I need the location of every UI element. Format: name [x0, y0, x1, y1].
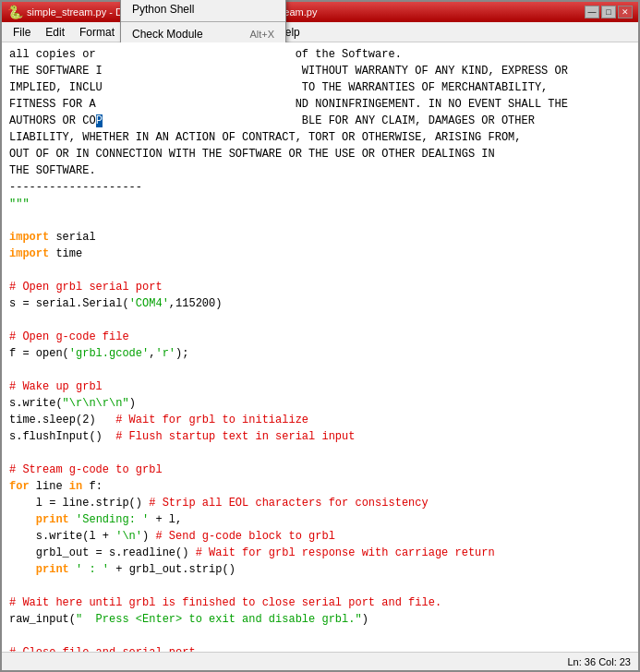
menu-file[interactable]: File [6, 24, 38, 41]
code-line: s.write("\r\n\r\n") [9, 395, 631, 412]
code-line: # Close file and serial port [9, 644, 631, 652]
code-line: time.sleep(2) # Wait for grbl to initial… [9, 412, 631, 428]
code-line [9, 262, 631, 279]
code-line: import serial [9, 229, 631, 246]
code-editor[interactable]: all copies or of the Software. THE SOFTW… [2, 42, 638, 652]
title-bar: 🐍 simple_stream.py - D:\Temp Store\GRBL … [2, 2, 638, 22]
cursor-position: Ln: 36 Col: 23 [568, 656, 632, 667]
code-line: AUTHORS OR COP BLE FOR ANY CLAIM, DAMAGE… [9, 113, 631, 129]
code-line: # Stream g-code to grbl [9, 462, 631, 478]
code-line: print ' : ' + grbl_out.strip() [9, 561, 631, 578]
app-icon: 🐍 [7, 5, 23, 19]
code-line: # Wake up grbl [9, 378, 631, 395]
title-controls: — □ ✕ [585, 6, 633, 18]
main-window: 🐍 simple_stream.py - D:\Temp Store\GRBL … [0, 0, 640, 672]
code-container: all copies or of the Software. THE SOFTW… [2, 42, 638, 652]
code-line: # Open g-code file [9, 329, 631, 345]
code-line: all copies or of the Software. [9, 46, 631, 63]
code-line: grbl_out = s.readline() # Wait for grbl … [9, 545, 631, 561]
code-line: IMPLIED, INCLU TO THE WARRANTIES OF MERC… [9, 79, 631, 96]
code-line: LIABILITY, WHETHER IN AN ACTION OF CONTR… [9, 129, 631, 146]
dropdown-check-module[interactable]: Check Module Alt+X [121, 24, 285, 44]
python-shell-label: Python Shell [132, 3, 194, 16]
code-line: FITNESS FOR A ND NONINFRINGEMENT. IN NO … [9, 96, 631, 113]
code-line: for line in f: [9, 478, 631, 495]
menu-edit[interactable]: Edit [38, 24, 72, 41]
code-line [9, 628, 631, 644]
code-line: s.flushInput() # Flush startup text in s… [9, 428, 631, 445]
code-line: THE SOFTWARE. [9, 162, 631, 179]
check-module-label: Check Module [132, 28, 203, 41]
code-line: OUT OF OR IN CONNECTION WITH THE SOFTWAR… [9, 146, 631, 162]
code-line: -------------------- [9, 179, 631, 196]
code-line: import time [9, 246, 631, 262]
code-line: s = serial.Serial('COM4',115200) [9, 295, 631, 312]
menu-bar: File Edit Format Run Options Windows Hel… [2, 22, 638, 42]
code-line: """ [9, 196, 631, 212]
code-line: print 'Sending: ' + l, [9, 511, 631, 528]
code-line: s.write(l + '\n') # Send g-code block to… [9, 528, 631, 545]
dropdown-python-shell[interactable]: Python Shell [121, 0, 285, 19]
code-line: raw_input(" Press <Enter> to exit and di… [9, 611, 631, 628]
code-line [9, 578, 631, 594]
code-line: THE SOFTWARE I WITHOUT WARRANTY OF ANY K… [9, 63, 631, 79]
dropdown-separator-1 [121, 21, 285, 22]
code-line: # Wait here until grbl is finished to cl… [9, 594, 631, 611]
maximize-button[interactable]: □ [601, 6, 616, 18]
code-line: # Open grbl serial port [9, 279, 631, 295]
minimize-button[interactable]: — [585, 6, 599, 18]
check-module-shortcut: Alt+X [249, 29, 274, 40]
code-line: f = open('grbl.gcode','r'); [9, 345, 631, 362]
code-line [9, 312, 631, 329]
status-bar: Ln: 36 Col: 23 [2, 652, 638, 670]
code-line [9, 362, 631, 378]
menu-format[interactable]: Format [72, 24, 122, 41]
code-line [9, 445, 631, 462]
close-button[interactable]: ✕ [618, 6, 633, 18]
code-line [9, 212, 631, 229]
code-line: l = line.strip() # Strip all EOL charact… [9, 495, 631, 511]
